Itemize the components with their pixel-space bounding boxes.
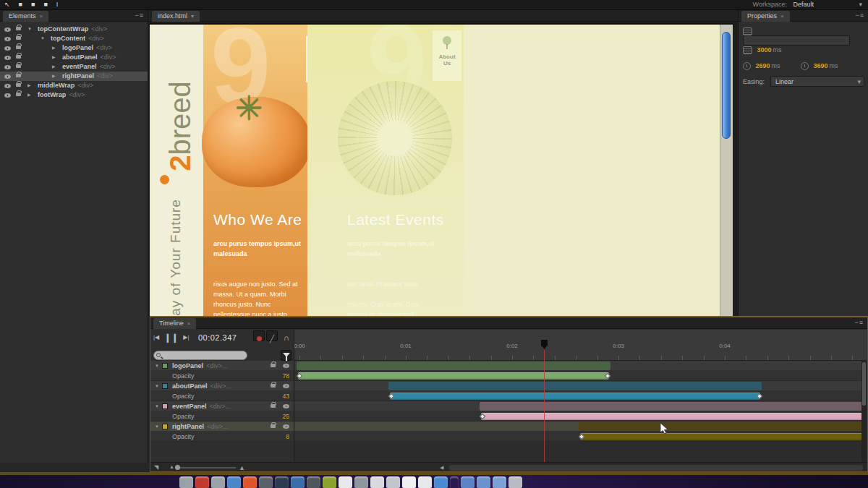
stage-canvas[interactable]: 2breed Way of Your Future 9 ✳ Who We Are… [150,23,733,316]
dock-app-icon[interactable] [418,476,432,488]
zoom-out-icon[interactable]: ▲ [169,464,174,469]
stage-scrollbar-thumb[interactable] [722,32,731,139]
eye-icon[interactable] [4,93,11,98]
timeline-track-area[interactable]: 0:000:010:020:030:04 [294,330,867,462]
dock-app-icon[interactable] [354,476,368,488]
duration-value[interactable]: 3000 [757,46,772,53]
element-tree-row[interactable]: ▶ rightPanel<div> [0,72,148,81]
timeline-hscrollbar[interactable] [449,465,863,471]
track-row[interactable]: ▼ rightPanel<div>... [150,421,294,432]
expand-arrow-icon[interactable]: ▼ [155,401,159,411]
element-tree-row[interactable]: ▶ middleWrap<div> [0,81,148,90]
transition-end-value[interactable]: 3690 [814,62,828,69]
current-time-display[interactable]: 00:02.347 [198,333,237,342]
opacity-row[interactable]: Opacity 43 [150,391,294,401]
opacity-value[interactable]: 43 [283,391,289,401]
zoom-slider-thumb[interactable] [175,465,180,470]
close-icon[interactable]: × [780,13,784,20]
close-icon[interactable]: × [40,13,43,20]
dock-app-icon[interactable] [434,476,448,488]
tab-elements[interactable]: Elements× [3,11,48,22]
opacity-lane[interactable] [294,432,867,442]
tab-properties[interactable]: Properties× [741,11,790,22]
lock-icon[interactable] [16,27,21,30]
opacity-value[interactable]: 78 [283,371,289,381]
dock-app-icon[interactable] [386,476,400,488]
dock-app-icon[interactable] [291,476,305,488]
opacity-value[interactable]: 25 [283,411,289,421]
eye-icon[interactable] [4,65,11,69]
expand-arrow-icon[interactable]: ▼ [155,421,159,432]
dock-app-icon[interactable] [339,476,352,488]
dock-app-icon[interactable] [211,476,225,488]
expand-arrow-icon[interactable]: ▶ [52,53,56,62]
element-duration-bar[interactable] [388,382,762,390]
tool-icon[interactable]: ■ [31,0,35,9]
opacity-transition-bar[interactable] [481,413,864,420]
opacity-row[interactable]: Opacity 78 [150,371,294,381]
expand-arrow-icon[interactable]: ▶ [52,62,56,72]
expand-arrow-icon[interactable]: ▼ [41,34,45,43]
eye-icon[interactable] [283,384,289,388]
easing-dropdown[interactable]: Linear ▾ [770,76,864,87]
element-tree-row[interactable]: ▶ footWrap<div> [0,90,148,100]
panel-menu-icon[interactable]: −≡ [135,12,144,19]
track-row[interactable]: ▼ aboutPanel<div>... [150,381,294,391]
element-tree-row[interactable]: ▶ eventPanel<div> [0,62,148,72]
snap-icon[interactable]: ◥ [154,464,158,471]
expand-arrow-icon[interactable]: ▼ [155,361,159,371]
element-lane[interactable] [294,401,867,411]
dock-app-icon[interactable] [493,476,506,488]
eye-icon[interactable] [4,84,11,88]
dock-app-icon[interactable] [259,476,273,488]
tab-index-html[interactable]: index.html▾ [152,11,200,22]
element-tree-row[interactable]: ▶ logoPanel<div> [0,43,148,53]
expand-arrow-icon[interactable]: ▼ [27,25,32,34]
dock-app-icon[interactable] [402,476,416,488]
tool-icon[interactable]: ↖ [4,0,10,9]
eye-icon[interactable] [4,56,11,60]
lock-icon[interactable] [271,404,276,408]
element-duration-bar[interactable] [579,422,864,431]
element-tree-row[interactable]: ▼ topContent<div> [0,34,148,43]
zoom-slider[interactable] [178,467,236,468]
chevron-down-icon[interactable]: ▾ [191,13,194,20]
expand-arrow-icon[interactable]: ▶ [27,81,31,90]
stage-scrollbar[interactable] [720,25,733,316]
dock-app-icon[interactable] [323,476,336,488]
opacity-row[interactable]: Opacity 8 [150,432,294,442]
timeline-vscrollbar[interactable] [861,361,867,462]
eye-icon[interactable] [283,404,289,408]
opacity-lane[interactable] [294,371,867,381]
lock-icon[interactable] [271,424,276,428]
element-duration-bar[interactable] [480,402,864,411]
lock-icon[interactable] [16,36,21,40]
opacity-lane[interactable] [294,411,867,421]
eye-icon[interactable] [4,74,11,79]
go-to-end-button[interactable]: ▶| [183,334,189,341]
dock-app-icon[interactable] [227,476,241,488]
element-lane[interactable] [294,421,867,432]
lock-icon[interactable] [16,46,21,49]
opacity-transition-bar[interactable] [580,433,864,440]
zoom-in-icon[interactable]: ▲ [239,464,245,471]
audio-button[interactable]: ∩ [281,330,292,341]
dock-app-icon[interactable] [477,476,490,488]
panel-menu-icon[interactable]: −≡ [854,319,864,326]
expand-arrow-icon[interactable]: ▼ [155,381,159,391]
element-lane[interactable] [294,361,867,371]
dock-app-icon[interactable] [370,476,384,488]
eye-icon[interactable] [4,27,11,32]
dock-app-icon[interactable] [195,476,209,488]
timeline-ruler[interactable]: 0:000:010:020:030:04 [294,330,867,361]
dock-app-icon[interactable] [450,476,459,488]
go-to-start-button[interactable]: |◀ [153,334,159,341]
dock-app-icon[interactable] [275,476,289,488]
tool-icon[interactable]: ■ [43,0,47,9]
pause-button[interactable]: ❙❙ [164,333,179,343]
close-icon[interactable]: × [187,320,191,327]
hscroll-left-arrow[interactable]: ◀ [440,465,443,471]
tool-icon[interactable]: ■ [19,0,22,9]
eye-icon[interactable] [283,364,289,368]
timeline-vscrollbar-thumb[interactable] [862,362,866,406]
